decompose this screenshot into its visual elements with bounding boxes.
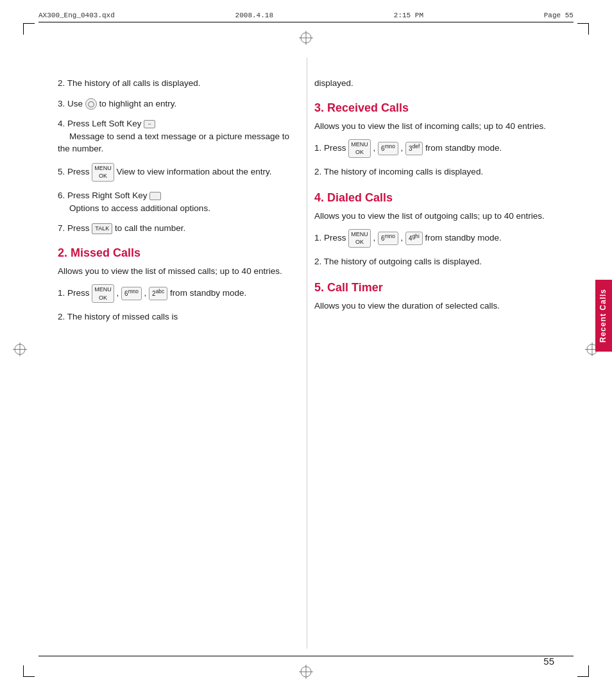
list-item-3: 3. Use ◯ to highlight an entry. <box>58 98 295 110</box>
missed-calls-body: Allows you to view the list of missed ca… <box>58 265 295 278</box>
corner-mark-tr <box>577 23 589 35</box>
left-soft-key-icon: − <box>144 120 155 128</box>
section-received-calls: 3. Received Calls Allows you to view the… <box>314 101 552 178</box>
talk-key: TALK <box>92 223 112 234</box>
call-timer-heading: 5. Call Timer <box>314 281 552 295</box>
reg-mark-top <box>299 31 313 47</box>
menu-ok-key-received1: MENUOK <box>348 139 371 158</box>
list-item-2: 2. The history of all calls is displayed… <box>58 77 295 90</box>
dialed-calls-item-1: 1. Press MENUOK , 6mno , 4ghi from stand… <box>314 229 552 248</box>
dialed-calls-body: Allows you to view the list of outgoing … <box>314 210 552 223</box>
right-top-text: displayed. <box>314 77 552 90</box>
corner-mark-tl <box>23 23 35 35</box>
received-calls-body: Allows you to view the list of incoming … <box>314 120 552 133</box>
sidebar-tab: Recent Calls <box>595 280 612 352</box>
key-6mno-dialed: 6mno <box>378 232 398 244</box>
header-date: 2008.4.18 <box>235 12 273 19</box>
section-dialed-calls: 4. Dialed Calls Allows you to view the l… <box>314 191 552 268</box>
missed-calls-item-2: 2. The history of missed calls is <box>58 311 295 323</box>
nav-icon: ◯ <box>85 98 97 110</box>
key-3def-received: 3def <box>405 142 423 155</box>
list-item-7: 7. Press TALK to call the number. <box>58 222 295 235</box>
key-2abc-missed: 2abc <box>149 287 167 300</box>
key-6mno-missed: 6mno <box>121 287 142 300</box>
page-number: 55 <box>543 656 554 667</box>
dialed-calls-item-2: 2. The history of outgoing calls is disp… <box>314 255 552 268</box>
corner-mark-bl <box>23 665 35 677</box>
dialed-calls-heading: 4. Dialed Calls <box>314 191 552 205</box>
header-filename: AX300_Eng_0403.qxd <box>38 12 115 19</box>
key-4ghi-dialed: 4ghi <box>405 232 423 244</box>
received-calls-item-2: 2. The history of incoming calls is disp… <box>314 166 552 178</box>
menu-ok-key-missed1: MENUOK <box>92 284 114 303</box>
reg-mark-left <box>13 342 27 358</box>
header-page: Page 55 <box>544 12 574 19</box>
header-time: 2:15 PM <box>394 12 423 19</box>
menu-ok-key-5: MENUOK <box>92 163 114 182</box>
missed-calls-heading: 2. Missed Calls <box>58 246 295 260</box>
received-calls-heading: 3. Received Calls <box>314 101 552 115</box>
list-item-4: 4. Press Left Soft Key − Message to send… <box>58 117 295 155</box>
list-item-5: 5. Press MENUOK View to view information… <box>58 163 295 182</box>
bottom-line <box>38 656 574 656</box>
page-container: AX300_Eng_0403.qxd 2008.4.18 2:15 PM Pag… <box>0 0 612 700</box>
corner-mark-br <box>577 665 589 677</box>
section-call-timer: 5. Call Timer Allows you to view the dur… <box>314 281 552 312</box>
left-column: 2. The history of all calls is displayed… <box>58 77 295 336</box>
key-6mno-received: 6mno <box>378 142 398 155</box>
missed-calls-item-1: 1. Press MENUOK , 6mno , 2abc from stand… <box>58 284 295 303</box>
menu-ok-key-dialed1: MENUOK <box>348 229 371 248</box>
header-bar: AX300_Eng_0403.qxd 2008.4.18 2:15 PM Pag… <box>38 12 574 22</box>
list-item-6: 6. Press Right Soft Key Options to acces… <box>58 189 295 214</box>
call-timer-body: Allows you to view the duration of selec… <box>314 300 552 312</box>
right-column: displayed. 3. Received Calls Allows you … <box>314 77 552 325</box>
section-missed-calls: 2. Missed Calls Allows you to view the l… <box>58 246 295 323</box>
right-soft-key-icon <box>149 192 161 200</box>
received-calls-item-1: 1. Press MENUOK , 6mno , 3def from stand… <box>314 139 552 158</box>
reg-mark-bottom <box>299 665 313 681</box>
column-divider <box>307 58 307 649</box>
